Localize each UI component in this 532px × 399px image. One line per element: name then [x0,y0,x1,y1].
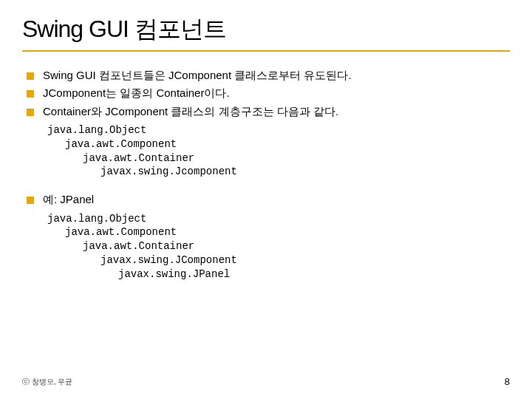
copyright: ⓒ 창병모, 우균 [22,377,72,387]
bullet-icon [27,197,34,204]
bullet-icon [27,109,34,116]
title-underline [22,50,510,52]
hierarchy-block: java.lang.Object java.awt.Component java… [47,123,510,180]
list-item: Container와 JComponent 클래스의 계층구조는 다음과 같다. [27,104,510,119]
code-line: java.awt.Container [47,151,510,166]
code-line: java.awt.Component [47,137,510,151]
code-line: java.lang.Object [47,212,510,226]
page-number: 8 [505,376,510,387]
hierarchy-block: java.lang.Object java.awt.Component java… [47,212,510,282]
bullet-icon [27,72,34,80]
code-line: java.awt.Container [47,239,510,253]
bullet-text: Container와 JComponent 클래스의 계층구조는 다음과 같다. [43,104,338,119]
code-line: java.awt.Component [47,225,510,239]
slide-title: Swing GUI 컴포넌트 [22,13,510,46]
code-line: javax.swing.JComponent [47,253,510,267]
list-item: JComponent는 일종의 Container이다. [27,86,510,100]
footer: ⓒ 창병모, 우균 8 [22,376,510,387]
body: Swing GUI 컴포넌트들은 JComponent 클래스로부터 유도된다.… [22,68,510,282]
bullet-icon [27,90,34,98]
bullet-text: Swing GUI 컴포넌트들은 JComponent 클래스로부터 유도된다. [43,68,352,83]
code-line: java.lang.Object [47,123,510,137]
bullet-text: JComponent는 일종의 Container이다. [43,86,230,100]
code-line: javax.swing.Jcomponent [47,165,510,179]
list-item: 예: JPanel [27,192,510,207]
list-item: Swing GUI 컴포넌트들은 JComponent 클래스로부터 유도된다. [27,68,510,83]
bullet-text: 예: JPanel [43,192,94,207]
code-line: javax.swing.JPanel [47,267,510,282]
